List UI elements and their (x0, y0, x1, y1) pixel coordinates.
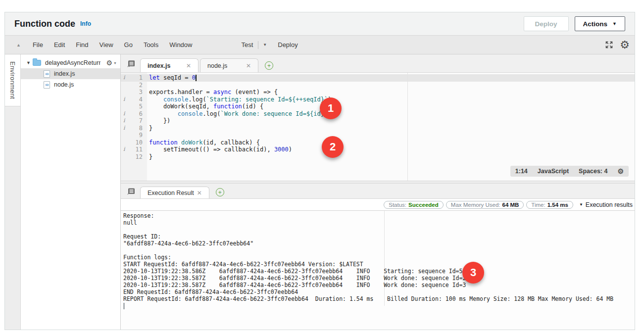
status-badge: Status:Succeeded (384, 201, 444, 209)
folder-icon (33, 60, 41, 66)
file-name: index.js (54, 70, 75, 77)
console-tabs-list-icon[interactable] (127, 188, 135, 195)
spaces-setting[interactable]: Spaces: 4 (579, 168, 607, 175)
tab-index.js[interactable]: index.js✕ (140, 58, 198, 72)
line-number: 5 (128, 103, 143, 110)
annotation-circle-2: 2 (322, 136, 344, 158)
menu-item-view[interactable]: View (94, 41, 119, 48)
gutter-info-icon[interactable]: i (123, 146, 125, 153)
tree-file-node.js[interactable]: <>node.js (21, 79, 120, 90)
log-text-cursor (123, 303, 125, 309)
js-file-icon: <> (44, 70, 50, 78)
page-title: Function code (14, 19, 75, 29)
line-number: 9 (128, 132, 143, 139)
new-tab-icon[interactable]: + (265, 61, 273, 70)
status-bar-gear-icon[interactable]: ⚙ (617, 168, 624, 175)
status-badge: Time:1.54 ms (526, 201, 573, 209)
log-line: REPORT RequestId: 6afdf887-424a-4ec6-b62… (123, 295, 613, 302)
log-line: Function logs: (123, 254, 171, 261)
test-group: Test ▼ Deploy (236, 41, 304, 49)
menu-item-edit[interactable]: Edit (49, 41, 70, 48)
status-badge: Max Memory Used:64 MB (446, 201, 524, 209)
code-tabs: index.js✕node.js✕ (140, 58, 260, 72)
code-line-5: doWork(seqId, function(id) { (149, 103, 263, 110)
file-name: node.js (54, 81, 74, 88)
code-line-3: exports.handler = async (event) => { (149, 89, 278, 96)
execution-results-toggle[interactable]: ▼ Execution results (579, 201, 633, 208)
tab-node.js[interactable]: node.js✕ (200, 58, 258, 72)
actions-button[interactable]: Actions ▼ (575, 16, 625, 31)
file-tree-panel: ▼ delayedAsyncReturn ⚙▼ <>index.js<>node… (21, 54, 121, 330)
editor-settings-gear-icon[interactable]: ⚙ (620, 40, 630, 50)
log-print-margin-line (384, 211, 385, 306)
editor-column: index.js✕node.js✕ + i1let seqId = 023exp… (121, 54, 635, 330)
collapse-panel-icon[interactable]: ▲ (10, 43, 27, 48)
open-files-list-icon[interactable] (127, 60, 135, 67)
function-code-card: Function code Info Deploy Actions ▼ ▲ Fi… (4, 12, 635, 330)
actions-button-label: Actions (583, 20, 608, 28)
menu-item-test[interactable]: Test (236, 41, 258, 48)
code-line-8: } (149, 125, 152, 132)
environment-tab-label: Environment (9, 61, 16, 99)
menu-items: FileEditFindViewGoToolsWindow (27, 41, 198, 48)
folder-expand-icon[interactable]: ▼ (26, 60, 33, 65)
main-area: Environment ▼ delayedAsyncReturn ⚙▼ <>in… (5, 54, 635, 330)
chevron-down-icon: ▼ (612, 21, 617, 26)
language-mode[interactable]: JavaScript (538, 168, 569, 175)
close-icon[interactable]: ✕ (186, 62, 191, 69)
active-line-highlight (121, 74, 635, 82)
menu-item-deploy[interactable]: Deploy (271, 41, 304, 48)
folder-name: delayedAsyncReturn (45, 59, 100, 66)
tree-settings-gear-icon[interactable]: ⚙▼ (106, 59, 117, 66)
line-number: 6 (128, 110, 143, 118)
editor-menubar: ▲ FileEditFindViewGoToolsWindow Test ▼ D… (5, 35, 635, 54)
execution-results-label: Execution results (586, 201, 633, 208)
close-icon[interactable]: ✕ (246, 62, 251, 69)
deploy-button[interactable]: Deploy (524, 16, 569, 31)
tree-file-index.js[interactable]: <>index.js (21, 68, 120, 79)
gutter-info-icon[interactable]: i (123, 74, 125, 82)
test-dropdown-icon[interactable]: ▼ (258, 43, 271, 47)
log-line: 2020-10-13T19:22:38.586Z 6afdf887-424a-4… (123, 268, 462, 275)
lambda-function-code-page: Function code Info Deploy Actions ▼ ▲ Fi… (0, 0, 644, 335)
menu-item-go[interactable]: Go (119, 41, 138, 48)
execution-badges: Status:SucceededMax Memory Used:64 MBTim… (384, 201, 573, 209)
code-line-12: } (149, 153, 152, 161)
header-actions: Deploy Actions ▼ (524, 16, 625, 31)
line-number: 7 (128, 117, 143, 125)
code-editor[interactable]: i1let seqId = 023exports.handler = async… (121, 73, 635, 181)
log-line: "6afdf887-424a-4ec6-b622-3ffc07eebb64" (123, 240, 253, 247)
text-cursor (196, 75, 197, 81)
tree-file-list: <>index.js<>node.js (21, 68, 120, 90)
info-link[interactable]: Info (80, 20, 91, 27)
log-line: END RequestId: 6afdf887-424a-4ec6-b622-3… (123, 288, 298, 295)
gutter-info-icon[interactable]: i (123, 117, 125, 125)
code-line-6: console.log(`Work done: sequence Id=${id… (149, 110, 331, 118)
menu-item-find[interactable]: Find (70, 41, 94, 48)
environment-tab[interactable]: Environment (5, 54, 20, 106)
execution-log-output[interactable]: Response:nullRequest ID:"6afdf887-424a-4… (121, 211, 635, 330)
tab-execution-result[interactable]: Execution Result ✕ (140, 187, 209, 198)
menu-item-window[interactable]: Window (164, 41, 198, 48)
console-tab-bar: Execution Result ✕ + (121, 184, 635, 199)
chevron-down-icon: ▼ (579, 202, 583, 207)
close-icon[interactable]: ✕ (197, 190, 202, 196)
menu-item-tools[interactable]: Tools (138, 41, 164, 48)
code-tab-bar: index.js✕node.js✕ + (121, 54, 635, 73)
tree-folder-row[interactable]: ▼ delayedAsyncReturn ⚙▼ (21, 57, 120, 68)
gutter-info-icon[interactable]: i (123, 110, 125, 118)
log-line: 2020-10-13T19:22:38.587Z 6afdf887-424a-4… (123, 275, 466, 282)
line-number: 3 (128, 89, 143, 96)
gutter-info-icon[interactable]: i (123, 125, 125, 132)
print-margin-line (407, 73, 408, 181)
gutter-info-icon[interactable]: i (123, 96, 125, 103)
execution-summary-bar: Status:SucceededMax Memory Used:64 MBTim… (121, 199, 635, 211)
line-number: 4 (128, 96, 143, 103)
log-line: Request ID: (123, 233, 161, 240)
fullscreen-icon[interactable] (605, 41, 613, 49)
menubar-right-icons: ⚙ (605, 40, 630, 50)
code-line-11: setTimeout(() => callback(id), 3000) (149, 146, 292, 153)
cursor-position[interactable]: 1:14 (515, 168, 528, 175)
menu-item-file[interactable]: File (27, 41, 49, 48)
new-console-tab-icon[interactable]: + (216, 188, 224, 196)
